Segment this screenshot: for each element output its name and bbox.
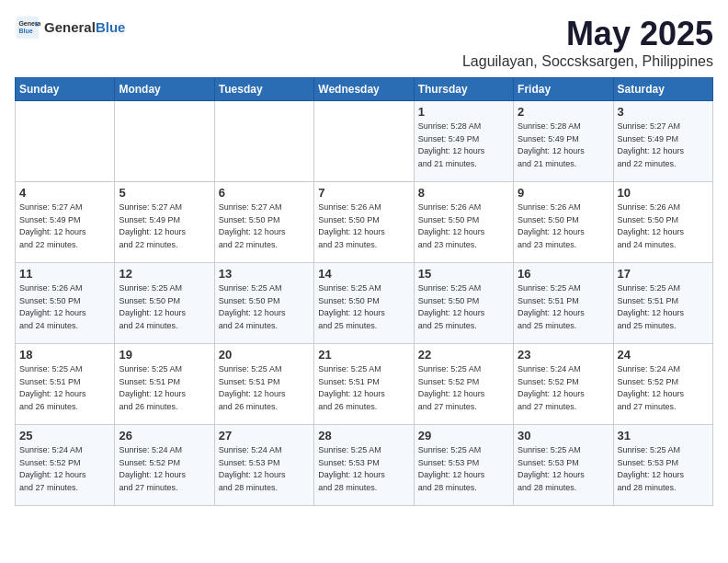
title-area: May 2025 Laguilayan, Soccsksargen, Phili… [462,15,713,70]
svg-text:Blue: Blue [18,28,32,34]
calendar-cell: 5Sunrise: 5:27 AMSunset: 5:49 PMDaylight… [115,182,214,263]
day-info: Sunrise: 5:24 AMSunset: 5:52 PMDaylight:… [119,444,210,494]
header: General Blue GeneralBlue May 2025 Laguil… [15,15,713,70]
day-info: Sunrise: 5:25 AMSunset: 5:52 PMDaylight:… [418,363,509,413]
calendar-cell: 31Sunrise: 5:25 AMSunset: 5:53 PMDayligh… [613,425,712,506]
header-sunday: Sunday [16,78,115,101]
calendar-cell: 8Sunrise: 5:26 AMSunset: 5:50 PMDaylight… [414,182,513,263]
calendar-cell: 2Sunrise: 5:28 AMSunset: 5:49 PMDaylight… [514,101,613,182]
day-number: 7 [318,186,409,200]
day-info: Sunrise: 5:25 AMSunset: 5:50 PMDaylight:… [318,282,409,332]
calendar-cell [214,101,313,182]
calendar-cell: 22Sunrise: 5:25 AMSunset: 5:52 PMDayligh… [414,344,513,425]
day-info: Sunrise: 5:26 AMSunset: 5:50 PMDaylight:… [19,282,110,332]
calendar-cell: 14Sunrise: 5:25 AMSunset: 5:50 PMDayligh… [314,263,414,344]
day-info: Sunrise: 5:25 AMSunset: 5:51 PMDaylight:… [119,363,210,413]
day-number: 29 [418,429,509,442]
week-row-5: 25Sunrise: 5:24 AMSunset: 5:52 PMDayligh… [16,425,713,506]
calendar-cell: 20Sunrise: 5:25 AMSunset: 5:51 PMDayligh… [214,344,313,425]
calendar-cell: 26Sunrise: 5:24 AMSunset: 5:52 PMDayligh… [115,425,214,506]
day-info: Sunrise: 5:25 AMSunset: 5:50 PMDaylight:… [119,282,210,332]
calendar-cell: 1Sunrise: 5:28 AMSunset: 5:49 PMDaylight… [414,101,513,182]
logo: General Blue GeneralBlue [15,15,125,40]
calendar-cell: 9Sunrise: 5:26 AMSunset: 5:50 PMDaylight… [514,182,613,263]
day-info: Sunrise: 5:26 AMSunset: 5:50 PMDaylight:… [618,201,709,251]
day-info: Sunrise: 5:25 AMSunset: 5:51 PMDaylight:… [219,363,310,413]
day-number: 3 [618,105,709,119]
header-thursday: Thursday [414,78,513,101]
day-number: 1 [418,105,509,119]
day-number: 18 [19,348,110,362]
day-number: 17 [618,267,709,281]
day-info: Sunrise: 5:24 AMSunset: 5:52 PMDaylight:… [618,363,709,413]
day-number: 4 [19,186,110,200]
calendar-cell: 21Sunrise: 5:25 AMSunset: 5:51 PMDayligh… [314,344,414,425]
calendar-cell: 30Sunrise: 5:25 AMSunset: 5:53 PMDayligh… [514,425,613,506]
day-number: 26 [119,429,210,442]
calendar-cell: 11Sunrise: 5:26 AMSunset: 5:50 PMDayligh… [16,263,115,344]
day-info: Sunrise: 5:25 AMSunset: 5:50 PMDaylight:… [418,282,509,332]
calendar-cell [314,101,414,182]
calendar-cell [16,101,115,182]
calendar-cell [115,101,214,182]
calendar-cell: 10Sunrise: 5:26 AMSunset: 5:50 PMDayligh… [613,182,712,263]
day-info: Sunrise: 5:25 AMSunset: 5:51 PMDaylight:… [518,282,609,332]
day-number: 5 [119,186,210,200]
day-number: 20 [219,348,310,362]
day-info: Sunrise: 5:25 AMSunset: 5:50 PMDaylight:… [219,282,310,332]
day-info: Sunrise: 5:24 AMSunset: 5:52 PMDaylight:… [19,444,110,494]
day-info: Sunrise: 5:28 AMSunset: 5:49 PMDaylight:… [418,121,509,170]
day-info: Sunrise: 5:27 AMSunset: 5:49 PMDaylight:… [19,201,110,251]
day-info: Sunrise: 5:27 AMSunset: 5:49 PMDaylight:… [618,121,709,170]
week-row-2: 4Sunrise: 5:27 AMSunset: 5:49 PMDaylight… [16,182,713,263]
week-row-1: 1Sunrise: 5:28 AMSunset: 5:49 PMDaylight… [16,101,713,182]
month-title: May 2025 [462,15,713,53]
day-number: 24 [618,348,709,362]
day-number: 25 [19,429,110,442]
header-tuesday: Tuesday [214,78,313,101]
calendar-cell: 25Sunrise: 5:24 AMSunset: 5:52 PMDayligh… [16,425,115,506]
day-info: Sunrise: 5:25 AMSunset: 5:51 PMDaylight:… [318,363,409,413]
calendar-cell: 24Sunrise: 5:24 AMSunset: 5:52 PMDayligh… [613,344,712,425]
calendar-cell: 4Sunrise: 5:27 AMSunset: 5:49 PMDaylight… [16,182,115,263]
day-number: 27 [219,429,310,442]
day-number: 23 [518,348,609,362]
day-info: Sunrise: 5:26 AMSunset: 5:50 PMDaylight:… [318,201,409,251]
day-info: Sunrise: 5:24 AMSunset: 5:52 PMDaylight:… [518,363,609,413]
day-number: 12 [119,267,210,281]
day-number: 2 [518,105,609,119]
day-info: Sunrise: 5:25 AMSunset: 5:53 PMDaylight:… [318,444,409,494]
calendar-table: SundayMondayTuesdayWednesdayThursdayFrid… [15,77,713,506]
calendar-cell: 29Sunrise: 5:25 AMSunset: 5:53 PMDayligh… [414,425,513,506]
day-info: Sunrise: 5:24 AMSunset: 5:53 PMDaylight:… [219,444,310,494]
header-friday: Friday [514,78,613,101]
calendar-cell: 16Sunrise: 5:25 AMSunset: 5:51 PMDayligh… [514,263,613,344]
header-wednesday: Wednesday [314,78,414,101]
day-info: Sunrise: 5:25 AMSunset: 5:53 PMDaylight:… [418,444,509,494]
day-number: 6 [219,186,310,200]
calendar-cell: 18Sunrise: 5:25 AMSunset: 5:51 PMDayligh… [16,344,115,425]
week-row-3: 11Sunrise: 5:26 AMSunset: 5:50 PMDayligh… [16,263,713,344]
logo-text: GeneralBlue [44,19,125,36]
calendar-cell: 7Sunrise: 5:26 AMSunset: 5:50 PMDaylight… [314,182,414,263]
logo-icon: General Blue [15,15,40,40]
day-info: Sunrise: 5:25 AMSunset: 5:53 PMDaylight:… [518,444,609,494]
calendar-cell: 6Sunrise: 5:27 AMSunset: 5:50 PMDaylight… [214,182,313,263]
day-number: 11 [19,267,110,281]
location-title: Laguilayan, Soccsksargen, Philippines [462,53,713,70]
calendar-cell: 28Sunrise: 5:25 AMSunset: 5:53 PMDayligh… [314,425,414,506]
day-info: Sunrise: 5:25 AMSunset: 5:51 PMDaylight:… [19,363,110,413]
calendar-cell: 12Sunrise: 5:25 AMSunset: 5:50 PMDayligh… [115,263,214,344]
day-number: 30 [518,429,609,442]
day-info: Sunrise: 5:27 AMSunset: 5:50 PMDaylight:… [219,201,310,251]
day-number: 31 [618,429,709,442]
calendar-cell: 17Sunrise: 5:25 AMSunset: 5:51 PMDayligh… [613,263,712,344]
calendar-cell: 23Sunrise: 5:24 AMSunset: 5:52 PMDayligh… [514,344,613,425]
day-number: 21 [318,348,409,362]
day-info: Sunrise: 5:28 AMSunset: 5:49 PMDaylight:… [518,121,609,170]
calendar-cell: 27Sunrise: 5:24 AMSunset: 5:53 PMDayligh… [214,425,313,506]
day-number: 8 [418,186,509,200]
day-number: 19 [119,348,210,362]
calendar-cell: 13Sunrise: 5:25 AMSunset: 5:50 PMDayligh… [214,263,313,344]
day-info: Sunrise: 5:27 AMSunset: 5:49 PMDaylight:… [119,201,210,251]
